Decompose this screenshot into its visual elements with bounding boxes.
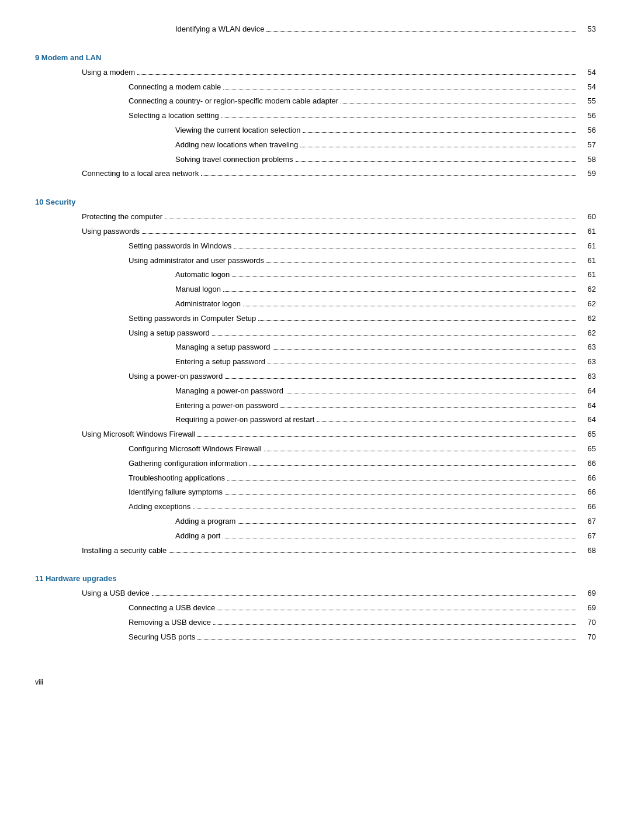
toc-page-number: 62: [578, 298, 596, 310]
toc-page-number: 62: [578, 284, 596, 296]
page-footer: viii: [35, 678, 596, 686]
toc-dots: [286, 393, 576, 393]
toc-entry-label: Automatic logon: [175, 269, 230, 281]
toc-dots: [280, 407, 576, 408]
toc-entry-label: Viewing the current location selection: [175, 125, 300, 137]
toc-page-number: 60: [578, 211, 596, 223]
toc-dots: [223, 89, 576, 89]
toc-entry-label: Manual logon: [175, 284, 221, 296]
toc-entry-label: Entering a power-on password: [175, 400, 278, 412]
toc-entry: Identifying failure symptoms66: [35, 486, 596, 499]
toc-entry-label: Configuring Microsoft Windows Firewall: [129, 443, 262, 455]
toc-entry-label: Identifying a WLAN device: [175, 23, 264, 36]
toc-dots: [223, 538, 576, 538]
toc-entry-label: Adding new locations when traveling: [175, 139, 298, 151]
toc-page-number: 53: [578, 23, 596, 36]
toc-entry-label: Adding exceptions: [129, 501, 190, 513]
toc-dots: [243, 306, 576, 306]
toc-page-number: 64: [578, 385, 596, 397]
toc-page-number: 61: [578, 240, 596, 253]
toc-entry-label: Removing a USB device: [129, 617, 211, 629]
toc-page-number: 54: [578, 81, 596, 94]
toc-entry: Setting passwords in Computer Setup62: [35, 313, 596, 325]
toc-page-number: 54: [578, 67, 596, 79]
toc-entry: Securing USB ports70: [35, 631, 596, 644]
toc-entry: Identifying a WLAN device 53: [35, 23, 596, 36]
toc-entry: Using administrator and user passwords61: [35, 255, 596, 267]
toc-entry-label: Using passwords: [82, 226, 140, 238]
toc-page-number: 66: [578, 458, 596, 470]
toc-dots: [213, 624, 576, 625]
toc-dots: [266, 262, 576, 263]
toc-entry: Setting passwords in Windows61: [35, 240, 596, 253]
toc-dots: [217, 610, 576, 610]
toc-page-number: 69: [578, 587, 596, 600]
toc-dots: [273, 349, 576, 350]
toc-dots: [341, 103, 576, 103]
toc-dots: [169, 552, 576, 553]
toc-dots: [266, 31, 576, 32]
toc-entry: Connecting to a local area network59: [35, 168, 596, 180]
toc-page-number: 68: [578, 545, 596, 557]
toc-page-number: 55: [578, 95, 596, 108]
toc-entry: Entering a power-on password64: [35, 400, 596, 412]
toc-entry-label: Managing a power-on password: [175, 385, 283, 397]
toc-page-number: 66: [578, 501, 596, 513]
toc-entry-label: Adding a port: [175, 530, 220, 542]
toc-dots: [234, 248, 576, 248]
toc-entry: Using a power-on password63: [35, 371, 596, 383]
toc-entry: Connecting a country- or region-specific…: [35, 95, 596, 108]
toc-entry-label: Entering a setup password: [175, 356, 265, 368]
toc-entry-label: Securing USB ports: [129, 631, 195, 644]
toc-page-number: 65: [578, 428, 596, 441]
toc-page-number: 61: [578, 269, 596, 281]
toc-dots: [268, 364, 576, 364]
toc-entry-label: Troubleshooting applications: [129, 472, 225, 485]
toc-entry: Managing a setup password63: [35, 341, 596, 354]
toc-dots: [238, 523, 576, 524]
toc-dots: [249, 465, 576, 466]
toc-entry: Managing a power-on password64: [35, 385, 596, 397]
toc-entry-label: Selecting a location setting: [129, 110, 219, 122]
toc-page-number: 63: [578, 356, 596, 368]
toc-page-number: 64: [578, 400, 596, 412]
toc-page-number: 65: [578, 443, 596, 455]
toc-dots: [201, 175, 576, 176]
toc-entry: Using Microsoft Windows Firewall65: [35, 428, 596, 441]
toc-dots: [197, 639, 576, 639]
toc-page-number: 62: [578, 313, 596, 325]
toc-entry-label: Adding a program: [175, 516, 235, 528]
toc-entry: Solving travel connection problems58: [35, 154, 596, 166]
toc-entry: Adding a port67: [35, 530, 596, 542]
toc-entry: Selecting a location setting56: [35, 110, 596, 122]
toc-dots: [227, 480, 576, 481]
toc-page-number: 67: [578, 530, 596, 542]
toc-entry-label: Administrator logon: [175, 298, 241, 310]
toc-entry: Connecting a USB device69: [35, 602, 596, 614]
toc-page-number: 56: [578, 125, 596, 137]
toc-dots: [264, 451, 576, 451]
toc-entry: Protecting the computer60: [35, 211, 596, 223]
toc-page-number: 62: [578, 327, 596, 340]
toc-page-number: 66: [578, 472, 596, 485]
toc-page-number: 63: [578, 341, 596, 354]
toc-entry: Installing a security cable68: [35, 545, 596, 557]
toc-dots: [221, 117, 576, 118]
toc-entry: Using a modem54: [35, 67, 596, 79]
footer-page-label: viii: [35, 678, 43, 686]
toc-entry-label: Setting passwords in Windows: [129, 240, 231, 253]
toc-dots: [232, 276, 576, 277]
toc-entry: Using passwords61: [35, 226, 596, 238]
toc-entry-label: Requiring a power-on password at restart: [175, 414, 314, 426]
toc-entry-label: Managing a setup password: [175, 341, 271, 354]
toc-page-number: 63: [578, 371, 596, 383]
toc-entry: Manual logon62: [35, 284, 596, 296]
toc-entry-label: Connecting a country- or region-specific…: [129, 95, 338, 108]
chapter-heading-ch9: 9 Modem and LAN: [35, 53, 596, 62]
toc-entry: Using a setup password62: [35, 327, 596, 340]
toc-page-number: 61: [578, 255, 596, 267]
toc-entry-label: Protecting the computer: [82, 211, 162, 223]
toc-dots: [142, 233, 576, 234]
toc-dots: [258, 320, 576, 321]
toc-dots: [296, 161, 576, 162]
